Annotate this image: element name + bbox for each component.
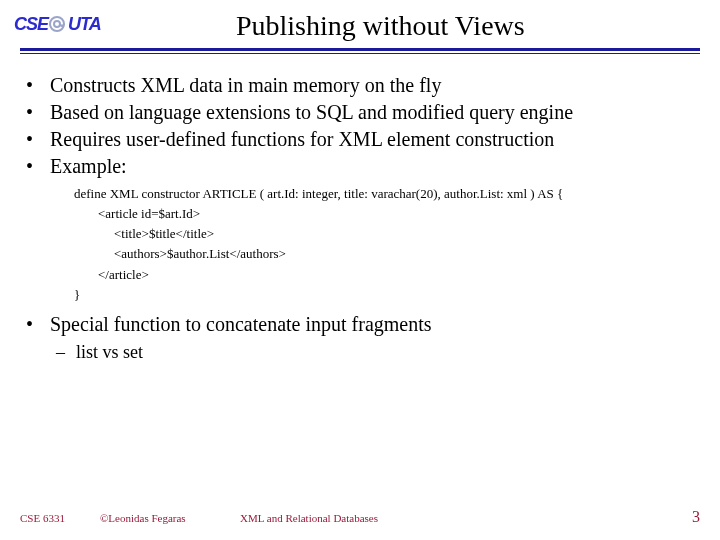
list-item: • Special function to concatenate input … xyxy=(10,311,710,338)
list-item: • Constructs XML data in main memory on … xyxy=(10,72,710,99)
page-number: 3 xyxy=(692,508,700,526)
svg-point-0 xyxy=(50,17,64,31)
footer-copyright: ©Leonidas Fegaras xyxy=(100,512,240,524)
bullet-list: • Constructs XML data in main memory on … xyxy=(10,72,710,180)
dash-icon: – xyxy=(56,340,76,364)
footer-course: CSE 6331 xyxy=(20,512,100,524)
slide-header: CSEUTA Publishing without Views xyxy=(0,0,720,42)
bullet-text: Example: xyxy=(50,153,710,180)
sub-list-item: – list vs set xyxy=(10,338,710,364)
code-block: define XML constructor ARTICLE ( art.Id:… xyxy=(10,180,710,305)
footer-topic: XML and Relational Databases xyxy=(240,512,378,524)
list-item: • Requires user-defined functions for XM… xyxy=(10,126,710,153)
code-line: } xyxy=(74,285,710,305)
slide-footer: CSE 6331 ©Leonidas Fegaras XML and Relat… xyxy=(0,508,720,526)
list-item: • Example: xyxy=(10,153,710,180)
bullet-icon: • xyxy=(26,99,50,126)
bullet-text: Special function to concatenate input fr… xyxy=(50,311,710,338)
bullet-icon: • xyxy=(26,153,50,180)
code-line: <authors>$author.List</authors> xyxy=(74,244,710,264)
slide-content: • Constructs XML data in main memory on … xyxy=(0,54,720,364)
bullet-text: Based on language extensions to SQL and … xyxy=(50,99,710,126)
logo-cse: CSE xyxy=(14,14,48,34)
code-line: </article> xyxy=(74,265,710,285)
code-line: define XML constructor ARTICLE ( art.Id:… xyxy=(74,184,710,204)
logo: CSEUTA xyxy=(14,14,101,37)
bullet-text: Constructs XML data in main memory on th… xyxy=(50,72,710,99)
code-line: <article id=$art.Id> xyxy=(74,204,710,224)
slide-title: Publishing without Views xyxy=(101,8,720,42)
sub-bullet-text: list vs set xyxy=(76,340,143,364)
bullet-icon: • xyxy=(26,311,50,338)
logo-uta: UTA xyxy=(68,14,101,34)
bullet-icon: • xyxy=(26,72,50,99)
bullet-icon: • xyxy=(26,126,50,153)
code-line: <title>$title</title> xyxy=(74,224,710,244)
svg-point-1 xyxy=(54,21,60,27)
at-icon xyxy=(48,15,66,37)
bullet-text: Requires user-defined functions for XML … xyxy=(50,126,710,153)
list-item: • Based on language extensions to SQL an… xyxy=(10,99,710,126)
bullet-list: • Special function to concatenate input … xyxy=(10,305,710,338)
